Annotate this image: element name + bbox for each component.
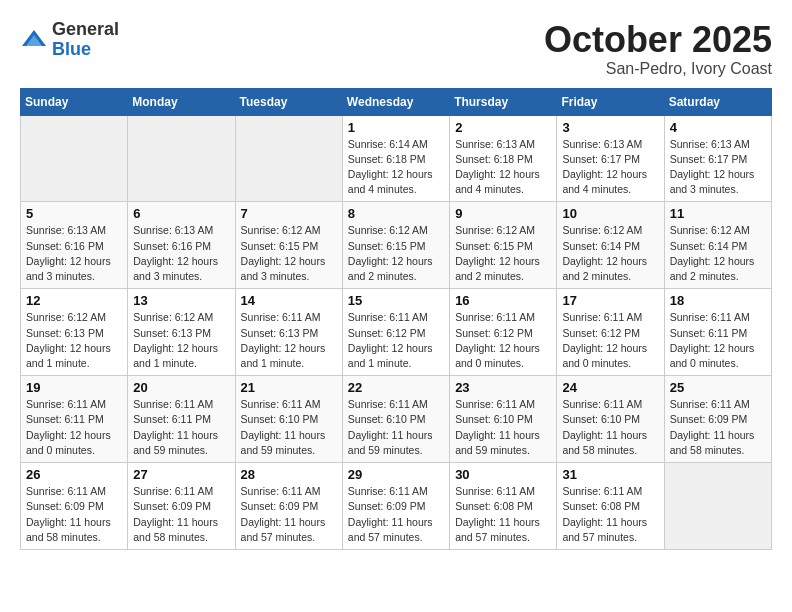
header-thursday: Thursday xyxy=(450,88,557,115)
day-info: Sunrise: 6:13 AM Sunset: 6:17 PM Dayligh… xyxy=(562,137,658,198)
day-number: 27 xyxy=(133,467,229,482)
calendar-cell: 5Sunrise: 6:13 AM Sunset: 6:16 PM Daylig… xyxy=(21,202,128,289)
calendar-cell: 31Sunrise: 6:11 AM Sunset: 6:08 PM Dayli… xyxy=(557,463,664,550)
calendar-cell: 19Sunrise: 6:11 AM Sunset: 6:11 PM Dayli… xyxy=(21,376,128,463)
day-number: 21 xyxy=(241,380,337,395)
calendar-cell: 28Sunrise: 6:11 AM Sunset: 6:09 PM Dayli… xyxy=(235,463,342,550)
day-info: Sunrise: 6:11 AM Sunset: 6:12 PM Dayligh… xyxy=(562,310,658,371)
calendar-cell xyxy=(128,115,235,202)
day-info: Sunrise: 6:11 AM Sunset: 6:11 PM Dayligh… xyxy=(26,397,122,458)
calendar-cell: 16Sunrise: 6:11 AM Sunset: 6:12 PM Dayli… xyxy=(450,289,557,376)
day-info: Sunrise: 6:11 AM Sunset: 6:08 PM Dayligh… xyxy=(562,484,658,545)
day-info: Sunrise: 6:12 AM Sunset: 6:13 PM Dayligh… xyxy=(133,310,229,371)
calendar-week-1: 1Sunrise: 6:14 AM Sunset: 6:18 PM Daylig… xyxy=(21,115,772,202)
calendar-cell: 15Sunrise: 6:11 AM Sunset: 6:12 PM Dayli… xyxy=(342,289,449,376)
day-info: Sunrise: 6:12 AM Sunset: 6:14 PM Dayligh… xyxy=(562,223,658,284)
day-info: Sunrise: 6:11 AM Sunset: 6:11 PM Dayligh… xyxy=(133,397,229,458)
header-friday: Friday xyxy=(557,88,664,115)
header-saturday: Saturday xyxy=(664,88,771,115)
calendar-cell: 6Sunrise: 6:13 AM Sunset: 6:16 PM Daylig… xyxy=(128,202,235,289)
day-number: 24 xyxy=(562,380,658,395)
calendar-cell: 7Sunrise: 6:12 AM Sunset: 6:15 PM Daylig… xyxy=(235,202,342,289)
day-number: 4 xyxy=(670,120,766,135)
calendar-cell xyxy=(235,115,342,202)
day-number: 19 xyxy=(26,380,122,395)
day-number: 31 xyxy=(562,467,658,482)
day-number: 2 xyxy=(455,120,551,135)
header-wednesday: Wednesday xyxy=(342,88,449,115)
logo-text: General Blue xyxy=(52,20,119,60)
day-number: 11 xyxy=(670,206,766,221)
calendar-cell: 4Sunrise: 6:13 AM Sunset: 6:17 PM Daylig… xyxy=(664,115,771,202)
header-sunday: Sunday xyxy=(21,88,128,115)
day-number: 26 xyxy=(26,467,122,482)
day-info: Sunrise: 6:12 AM Sunset: 6:13 PM Dayligh… xyxy=(26,310,122,371)
calendar-cell: 30Sunrise: 6:11 AM Sunset: 6:08 PM Dayli… xyxy=(450,463,557,550)
day-info: Sunrise: 6:12 AM Sunset: 6:15 PM Dayligh… xyxy=(455,223,551,284)
day-number: 17 xyxy=(562,293,658,308)
day-number: 3 xyxy=(562,120,658,135)
day-number: 7 xyxy=(241,206,337,221)
calendar-cell: 29Sunrise: 6:11 AM Sunset: 6:09 PM Dayli… xyxy=(342,463,449,550)
day-info: Sunrise: 6:13 AM Sunset: 6:16 PM Dayligh… xyxy=(26,223,122,284)
calendar-week-3: 12Sunrise: 6:12 AM Sunset: 6:13 PM Dayli… xyxy=(21,289,772,376)
day-info: Sunrise: 6:11 AM Sunset: 6:13 PM Dayligh… xyxy=(241,310,337,371)
calendar-cell: 2Sunrise: 6:13 AM Sunset: 6:18 PM Daylig… xyxy=(450,115,557,202)
day-info: Sunrise: 6:11 AM Sunset: 6:10 PM Dayligh… xyxy=(562,397,658,458)
calendar-cell: 21Sunrise: 6:11 AM Sunset: 6:10 PM Dayli… xyxy=(235,376,342,463)
day-info: Sunrise: 6:12 AM Sunset: 6:15 PM Dayligh… xyxy=(348,223,444,284)
day-number: 18 xyxy=(670,293,766,308)
calendar-cell: 11Sunrise: 6:12 AM Sunset: 6:14 PM Dayli… xyxy=(664,202,771,289)
calendar-cell: 20Sunrise: 6:11 AM Sunset: 6:11 PM Dayli… xyxy=(128,376,235,463)
logo-blue: Blue xyxy=(52,39,91,59)
day-number: 16 xyxy=(455,293,551,308)
calendar-week-4: 19Sunrise: 6:11 AM Sunset: 6:11 PM Dayli… xyxy=(21,376,772,463)
day-info: Sunrise: 6:11 AM Sunset: 6:10 PM Dayligh… xyxy=(241,397,337,458)
day-number: 25 xyxy=(670,380,766,395)
calendar-cell: 13Sunrise: 6:12 AM Sunset: 6:13 PM Dayli… xyxy=(128,289,235,376)
day-info: Sunrise: 6:11 AM Sunset: 6:09 PM Dayligh… xyxy=(133,484,229,545)
logo-general: General xyxy=(52,19,119,39)
month-title: October 2025 xyxy=(544,20,772,60)
day-number: 14 xyxy=(241,293,337,308)
header-monday: Monday xyxy=(128,88,235,115)
day-info: Sunrise: 6:11 AM Sunset: 6:12 PM Dayligh… xyxy=(455,310,551,371)
day-info: Sunrise: 6:11 AM Sunset: 6:09 PM Dayligh… xyxy=(241,484,337,545)
calendar-cell: 8Sunrise: 6:12 AM Sunset: 6:15 PM Daylig… xyxy=(342,202,449,289)
calendar-cell: 26Sunrise: 6:11 AM Sunset: 6:09 PM Dayli… xyxy=(21,463,128,550)
calendar-cell: 22Sunrise: 6:11 AM Sunset: 6:10 PM Dayli… xyxy=(342,376,449,463)
location: San-Pedro, Ivory Coast xyxy=(544,60,772,78)
day-number: 10 xyxy=(562,206,658,221)
calendar-table: SundayMondayTuesdayWednesdayThursdayFrid… xyxy=(20,88,772,550)
calendar-header-row: SundayMondayTuesdayWednesdayThursdayFrid… xyxy=(21,88,772,115)
day-number: 1 xyxy=(348,120,444,135)
day-number: 23 xyxy=(455,380,551,395)
day-info: Sunrise: 6:12 AM Sunset: 6:15 PM Dayligh… xyxy=(241,223,337,284)
page-header: General Blue October 2025 San-Pedro, Ivo… xyxy=(20,20,772,78)
day-number: 20 xyxy=(133,380,229,395)
day-number: 12 xyxy=(26,293,122,308)
day-number: 13 xyxy=(133,293,229,308)
calendar-cell: 17Sunrise: 6:11 AM Sunset: 6:12 PM Dayli… xyxy=(557,289,664,376)
day-number: 6 xyxy=(133,206,229,221)
calendar-cell: 25Sunrise: 6:11 AM Sunset: 6:09 PM Dayli… xyxy=(664,376,771,463)
calendar-week-2: 5Sunrise: 6:13 AM Sunset: 6:16 PM Daylig… xyxy=(21,202,772,289)
day-number: 9 xyxy=(455,206,551,221)
calendar-cell: 18Sunrise: 6:11 AM Sunset: 6:11 PM Dayli… xyxy=(664,289,771,376)
day-info: Sunrise: 6:13 AM Sunset: 6:17 PM Dayligh… xyxy=(670,137,766,198)
day-number: 8 xyxy=(348,206,444,221)
day-info: Sunrise: 6:11 AM Sunset: 6:09 PM Dayligh… xyxy=(670,397,766,458)
calendar-cell: 10Sunrise: 6:12 AM Sunset: 6:14 PM Dayli… xyxy=(557,202,664,289)
calendar-cell: 24Sunrise: 6:11 AM Sunset: 6:10 PM Dayli… xyxy=(557,376,664,463)
day-number: 22 xyxy=(348,380,444,395)
calendar-week-5: 26Sunrise: 6:11 AM Sunset: 6:09 PM Dayli… xyxy=(21,463,772,550)
calendar-cell xyxy=(21,115,128,202)
day-info: Sunrise: 6:11 AM Sunset: 6:08 PM Dayligh… xyxy=(455,484,551,545)
day-number: 15 xyxy=(348,293,444,308)
day-info: Sunrise: 6:11 AM Sunset: 6:11 PM Dayligh… xyxy=(670,310,766,371)
day-info: Sunrise: 6:11 AM Sunset: 6:10 PM Dayligh… xyxy=(455,397,551,458)
day-info: Sunrise: 6:11 AM Sunset: 6:10 PM Dayligh… xyxy=(348,397,444,458)
day-info: Sunrise: 6:12 AM Sunset: 6:14 PM Dayligh… xyxy=(670,223,766,284)
calendar-cell: 1Sunrise: 6:14 AM Sunset: 6:18 PM Daylig… xyxy=(342,115,449,202)
calendar-cell: 14Sunrise: 6:11 AM Sunset: 6:13 PM Dayli… xyxy=(235,289,342,376)
